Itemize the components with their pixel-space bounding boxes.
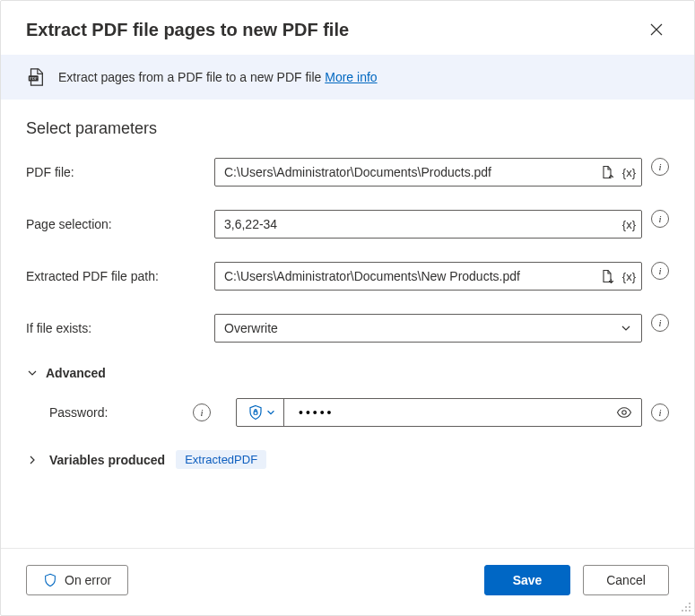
info-icon[interactable]: i: [651, 262, 669, 280]
svg-point-7: [682, 610, 683, 612]
label-pdf-file: PDF file:: [26, 165, 214, 179]
svg-point-8: [685, 610, 687, 612]
advanced-label: Advanced: [46, 366, 106, 380]
chevron-right-icon: [26, 454, 39, 466]
if-exists-value: Overwrite: [224, 321, 278, 335]
info-icon[interactable]: i: [193, 403, 211, 421]
reveal-password-button[interactable]: [614, 403, 634, 422]
pdf-icon: PDF: [26, 67, 46, 87]
label-extracted-path: Extracted PDF file path:: [26, 269, 214, 283]
row-extracted-path: Extracted PDF file path: {x} i: [26, 262, 669, 291]
on-error-label: On error: [65, 573, 111, 587]
section-title: Select parameters: [26, 119, 669, 138]
svg-rect-2: [254, 412, 257, 414]
chevron-down-icon: [265, 407, 276, 418]
eye-icon: [616, 404, 632, 421]
variables-produced-expander[interactable]: Variables produced ExtractedPDF: [26, 450, 669, 469]
password-input[interactable]: [297, 404, 614, 421]
info-icon[interactable]: i: [651, 403, 669, 421]
pdf-file-input-box: {x}: [214, 158, 642, 187]
dialog: Extract PDF file pages to new PDF file P…: [0, 0, 695, 616]
banner-text-content: Extract pages from a PDF file to a new P…: [58, 70, 325, 84]
dialog-title: Extract PDF file pages to new PDF file: [26, 20, 349, 40]
variable-token-button[interactable]: {x}: [622, 218, 636, 231]
shield-lock-icon: [248, 404, 264, 421]
close-button[interactable]: [644, 17, 669, 42]
extracted-path-input[interactable]: [224, 269, 594, 283]
more-info-link[interactable]: More info: [325, 70, 377, 84]
pdf-file-input[interactable]: [224, 165, 594, 179]
label-password: Password:: [49, 405, 193, 420]
password-type-select[interactable]: [237, 399, 284, 426]
chevron-down-icon: [26, 367, 39, 379]
svg-point-3: [622, 411, 627, 415]
row-if-exists: If file exists: Overwrite i: [26, 314, 669, 343]
variable-token-button[interactable]: {x}: [622, 166, 636, 179]
label-if-exists: If file exists:: [26, 321, 214, 335]
row-pdf-file: PDF file: {x} i: [26, 158, 669, 187]
dialog-header: Extract PDF file pages to new PDF file: [1, 1, 694, 55]
chevron-down-icon: [620, 322, 632, 334]
info-icon[interactable]: i: [651, 158, 669, 176]
variable-pill[interactable]: ExtractedPDF: [176, 450, 266, 469]
cancel-button[interactable]: Cancel: [583, 565, 669, 595]
cancel-label: Cancel: [606, 573, 646, 587]
dialog-footer: On error Save Cancel: [1, 548, 694, 615]
on-error-button[interactable]: On error: [26, 565, 128, 595]
label-page-selection: Page selection:: [26, 217, 214, 231]
extracted-path-input-box: {x}: [214, 262, 642, 291]
dialog-body: Select parameters PDF file: {x} i P: [1, 100, 694, 548]
svg-text:PDF: PDF: [30, 76, 38, 81]
svg-point-9: [689, 610, 691, 612]
file-browse-icon[interactable]: [597, 266, 617, 286]
row-page-selection: Page selection: {x} i: [26, 210, 669, 239]
variable-token-button[interactable]: {x}: [622, 270, 636, 283]
svg-point-5: [685, 606, 687, 608]
resize-grip-icon[interactable]: [681, 602, 691, 612]
save-button[interactable]: Save: [484, 565, 570, 595]
variables-produced-label: Variables produced: [49, 453, 165, 467]
banner-text: Extract pages from a PDF file to a new P…: [58, 70, 378, 84]
svg-point-4: [689, 603, 691, 604]
file-browse-icon[interactable]: [597, 162, 617, 182]
page-selection-input-box: {x}: [214, 210, 642, 239]
shield-icon: [43, 573, 57, 587]
if-exists-select[interactable]: Overwrite: [214, 314, 642, 343]
page-selection-input[interactable]: [224, 217, 619, 231]
info-icon[interactable]: i: [651, 210, 669, 228]
password-group: [236, 398, 642, 427]
svg-point-6: [689, 606, 691, 608]
close-icon: [650, 23, 663, 36]
advanced-expander[interactable]: Advanced: [26, 366, 669, 380]
info-banner: PDF Extract pages from a PDF file to a n…: [1, 55, 694, 100]
row-password: Password: i i: [26, 398, 669, 427]
info-icon[interactable]: i: [651, 314, 669, 332]
save-label: Save: [513, 573, 543, 587]
